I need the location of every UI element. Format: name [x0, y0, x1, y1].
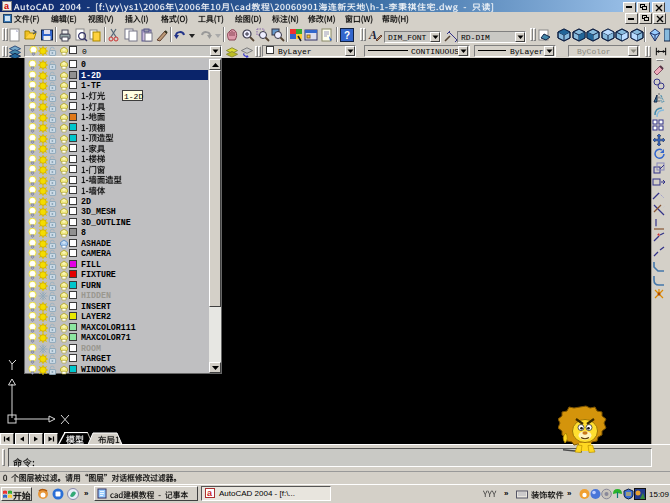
svg-text:?: ? — [344, 30, 350, 41]
